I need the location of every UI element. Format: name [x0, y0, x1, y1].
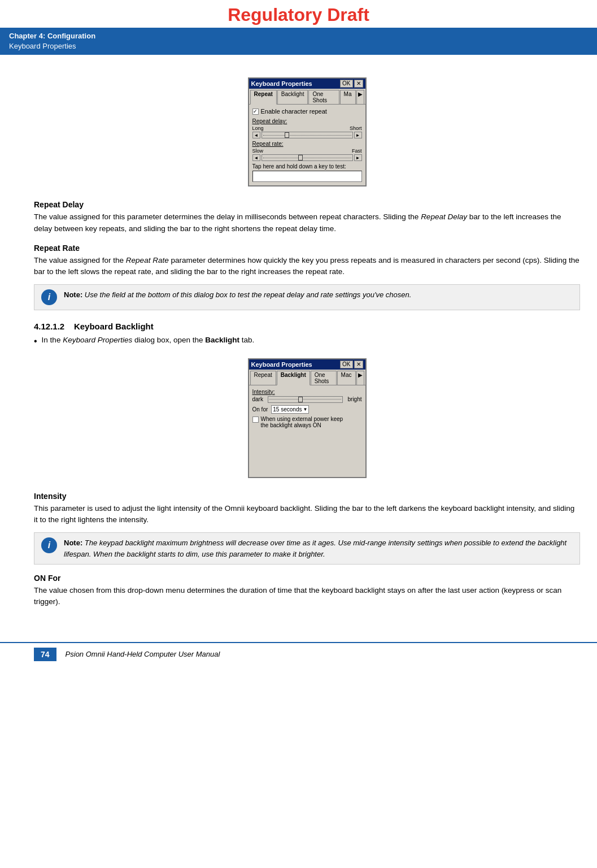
note2-icon: i — [41, 537, 57, 553]
checkbox-repeat[interactable]: ✓ — [252, 108, 259, 115]
bullet-dot: • — [34, 336, 37, 346]
dialog1-container: Keyboard Properties OK ✕ Repeat Backligh… — [34, 77, 580, 186]
chapter-title: Chapter 4: Configuration — [9, 31, 588, 41]
dialog2-body: Intensity: dark bright On for 15 seconds… — [249, 385, 365, 477]
external-power-row: When using external power keep the backl… — [252, 416, 362, 428]
repeat-rate-right-arrow[interactable]: ► — [354, 154, 362, 161]
repeat-delay-italic: Repeat Delay — [421, 212, 467, 221]
dialog2-box: Keyboard Properties OK ✕ Repeat Backligh… — [248, 358, 367, 478]
repeat-delay-label: Repeat delay: — [252, 118, 362, 124]
external-line1: When using external power keep — [261, 416, 343, 422]
note1-content: Note: Use the field at the bottom of thi… — [64, 289, 411, 301]
dark-label: dark — [252, 396, 263, 402]
repeat-rate-thumb[interactable] — [298, 155, 303, 160]
subsection-heading: 4.12.1.2 Keyboard Backlight — [34, 322, 580, 331]
dialog2-tabs: Repeat Backlight One Shots Mac ▶ — [249, 370, 365, 385]
onfor-heading: ON For — [34, 574, 580, 583]
onfor-dropdown[interactable]: 15 seconds ▼ — [271, 405, 309, 414]
dialog1-tabs: Repeat Backlight One Shots Ma ▶ — [249, 89, 365, 105]
repeat-rate-track[interactable] — [262, 154, 353, 161]
dialog1-tab-ma[interactable]: Ma — [340, 90, 356, 104]
repeat-delay-heading: Repeat Delay — [34, 200, 580, 209]
intensity-heading: Intensity — [34, 492, 580, 501]
checkbox-row: ✓ Enable character repeat — [252, 108, 362, 115]
repeat-rate-range: Slow Fast — [252, 148, 362, 154]
test-input-field[interactable] — [252, 171, 362, 182]
chapter-subtitle: Keyboard Properties — [9, 41, 588, 51]
onfor-value: 15 seconds — [273, 406, 302, 413]
onfor-body: The value chosen from this drop-down men… — [34, 585, 580, 608]
checkbox-external-power[interactable] — [252, 416, 259, 423]
bullet1-row: • In the Keyboard Properties dialog box,… — [34, 336, 580, 346]
subsection-title: Keyboard Backlight — [74, 322, 154, 331]
repeat-delay-body: The value assigned for this parameter de… — [34, 211, 580, 235]
bullet1-text3: tab. — [239, 336, 254, 344]
dialog2-tab-repeat[interactable]: Repeat — [250, 371, 276, 385]
bright-label: bright — [347, 396, 361, 402]
dialog2-title: Keyboard Properties — [251, 361, 312, 368]
dialog2-close-btn[interactable]: ✕ — [354, 361, 363, 368]
onfor-label: On for — [252, 406, 268, 413]
repeat-delay-slider-row: ◄ ► — [252, 132, 362, 138]
test-field-label: Tap here and hold down a key to test: — [252, 163, 362, 170]
chapter-banner: Chapter 4: Configuration Keyboard Proper… — [0, 28, 597, 55]
note2-box: i Note: The keypad backlight maximum bri… — [34, 532, 580, 565]
page-title: Regulatory Draft — [0, 5, 597, 25]
repeat-rate-heading: Repeat Rate — [34, 244, 580, 253]
intensity-track[interactable] — [268, 396, 343, 403]
repeat-delay-left-arrow[interactable]: ◄ — [252, 132, 260, 138]
note1-icon: i — [41, 289, 57, 305]
note2-content: Note: The keypad backlight maximum brigh… — [64, 537, 573, 559]
dialog1-tab-oneshots[interactable]: One Shots — [308, 90, 339, 104]
dialog1-buttons: OK ✕ — [340, 80, 363, 88]
note2-label: Note: — [64, 539, 82, 547]
long-label: Long — [252, 125, 264, 131]
dialog1-tab-backlight[interactable]: Backlight — [277, 90, 308, 104]
bullet1-text2: dialog box, open the — [132, 336, 205, 344]
bullet1-bold: Backlight — [205, 336, 239, 344]
dialog2-buttons: OK ✕ — [340, 361, 363, 368]
page-header: Regulatory Draft — [0, 0, 597, 28]
dialog1-title: Keyboard Properties — [251, 80, 312, 87]
footer-title: Psion Omnii Hand-Held Computer User Manu… — [66, 650, 220, 658]
dialog2-tab-backlight[interactable]: Backlight — [277, 371, 310, 385]
checkbox-label: Enable character repeat — [261, 108, 327, 115]
short-label: Short — [350, 125, 362, 131]
bullet1-text: In the Keyboard Properties dialog box, o… — [42, 336, 255, 344]
repeat-delay-thumb[interactable] — [285, 132, 289, 138]
repeat-delay-right-arrow[interactable]: ► — [354, 132, 362, 138]
intensity-slider-row: dark bright — [252, 396, 362, 403]
repeat-delay-track[interactable] — [262, 132, 353, 138]
external-power-text: When using external power keep the backl… — [261, 416, 343, 428]
dialog2-ok-btn[interactable]: OK — [340, 361, 352, 368]
intensity-thumb[interactable] — [298, 397, 303, 402]
content-area: Keyboard Properties OK ✕ Repeat Backligh… — [0, 55, 597, 624]
dialog2-tab-oneshots[interactable]: One Shots — [311, 371, 337, 385]
dialog2-container: Keyboard Properties OK ✕ Repeat Backligh… — [34, 358, 580, 478]
dialog1-close-btn[interactable]: ✕ — [354, 80, 363, 88]
note1-text: Use the field at the bottom of this dial… — [82, 290, 411, 299]
dialog1-tab-repeat[interactable]: Repeat — [250, 90, 277, 105]
external-line2: the backlight always ON — [261, 422, 343, 428]
repeat-delay-range: Long Short — [252, 125, 362, 131]
note1-label: Note: — [64, 290, 82, 299]
dialog1-body: ✓ Enable character repeat Repeat delay: … — [249, 105, 365, 185]
repeat-rate-slider-row: ◄ ► — [252, 154, 362, 161]
dialog2-tab-more[interactable]: ▶ — [356, 371, 364, 385]
page-number: 74 — [34, 648, 56, 661]
dialog1-titlebar: Keyboard Properties OK ✕ — [249, 79, 365, 89]
dialog2-tab-mac[interactable]: Mac — [337, 371, 356, 385]
repeat-rate-left-arrow[interactable]: ◄ — [252, 154, 260, 161]
note2-text: The keypad backlight maximum brightness … — [64, 539, 567, 558]
note1-box: i Note: Use the field at the bottom of t… — [34, 284, 580, 310]
dialog1-box: Keyboard Properties OK ✕ Repeat Backligh… — [248, 77, 367, 186]
repeat-rate-body: The value assigned for the Repeat Rate p… — [34, 255, 580, 278]
fast-label: Fast — [352, 148, 362, 154]
dialog1-ok-btn[interactable]: OK — [340, 80, 352, 88]
repeat-rate-text1: The value assigned for the — [34, 256, 126, 264]
onfor-row: On for 15 seconds ▼ — [252, 405, 362, 414]
intensity-label: Intensity: — [252, 389, 362, 395]
dialog1-tab-more[interactable]: ▶ — [356, 90, 364, 104]
page-footer: 74 Psion Omnii Hand-Held Computer User M… — [0, 642, 597, 666]
bullet1-italic: Keyboard Properties — [63, 336, 132, 344]
